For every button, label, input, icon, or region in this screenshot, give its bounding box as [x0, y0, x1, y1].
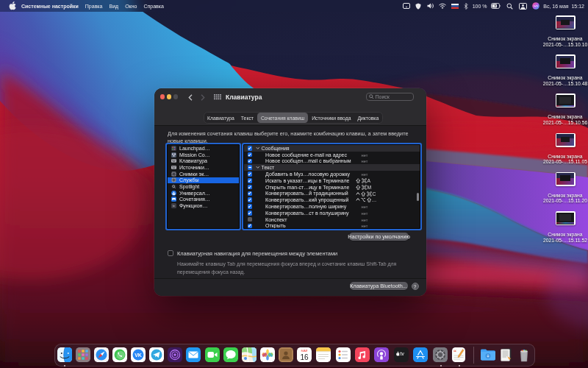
svg-text:tv: tv	[400, 351, 404, 356]
svg-text:tv: tv	[173, 205, 175, 208]
svg-text:16: 16	[300, 353, 309, 361]
svg-text:МАЙ: МАЙ	[301, 349, 307, 353]
svg-text:“: “	[453, 349, 456, 355]
svg-text:VK: VK	[135, 352, 142, 357]
